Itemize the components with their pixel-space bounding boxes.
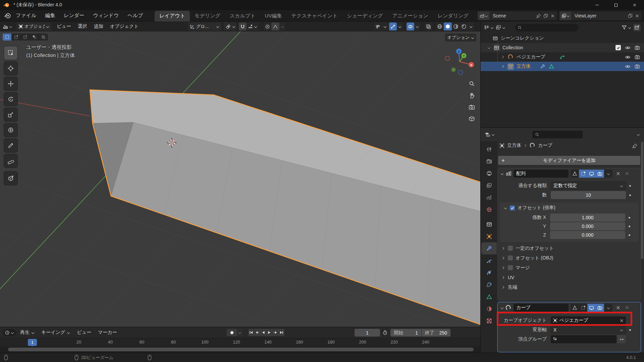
animate-dot[interactable] — [629, 185, 631, 187]
outliner-row-scene-collection[interactable]: シーンコレクション — [481, 34, 644, 43]
extras-dropdown[interactable] — [604, 170, 612, 178]
breadcrumb-modifier[interactable]: カーブ — [538, 142, 552, 148]
viewlayer-name[interactable]: ViewLayer — [575, 13, 628, 18]
tool-measure[interactable] — [4, 154, 17, 168]
animate-dot[interactable] — [629, 226, 630, 227]
viewlayer-browse-icon[interactable] — [559, 11, 571, 20]
tab-texture-paint[interactable]: テクスチャペイント — [286, 11, 342, 21]
delete-modifier-icon[interactable] — [616, 305, 621, 310]
properties-search-input[interactable] — [532, 131, 583, 138]
blender-menu-icon[interactable] — [4, 12, 11, 19]
frame-start-field[interactable]: 開始 1 — [390, 329, 421, 337]
tab-sculpt[interactable]: スカルプト — [225, 11, 260, 21]
expand-icon[interactable] — [501, 55, 505, 59]
object-visibility-dropdown[interactable] — [374, 22, 388, 31]
merge-checkbox[interactable] — [508, 265, 513, 270]
tool-move[interactable] — [4, 77, 17, 90]
tab-modeling[interactable]: モデリング — [190, 11, 225, 21]
menu-keying[interactable]: キーイング — [39, 329, 73, 336]
jump-to-start-button[interactable] — [248, 329, 254, 336]
realtime-toggle[interactable] — [587, 170, 596, 178]
subpanel-merge[interactable]: マージ — [498, 263, 641, 273]
factor-x-field[interactable]: 1.000 — [550, 214, 625, 222]
viewlayer-selector[interactable]: ViewLayer — [559, 11, 641, 20]
pin-icon[interactable] — [632, 143, 638, 148]
select-mode-intersect[interactable] — [39, 34, 48, 41]
add-modifier-button[interactable]: + モディファイアーを追加 — [498, 156, 640, 165]
jump-to-end-button[interactable] — [278, 329, 284, 336]
drag-handle-icon[interactable] — [625, 171, 630, 176]
snap-toggle[interactable] — [239, 22, 247, 31]
animate-dot[interactable] — [629, 217, 630, 219]
mode-selector[interactable]: オブジェク... — [16, 22, 51, 31]
menu-select[interactable]: 選択 — [74, 23, 91, 29]
scene-browse-icon[interactable] — [478, 11, 489, 20]
next-keyframe-button[interactable] — [272, 329, 278, 336]
tab-layout[interactable]: レイアウト — [155, 11, 190, 21]
tool-annotate[interactable] — [4, 139, 17, 152]
edit-mode-toggle[interactable] — [571, 304, 579, 312]
camera-view-icon[interactable] — [469, 104, 475, 110]
render-camera-icon[interactable] — [635, 64, 640, 69]
xray-toggle[interactable] — [425, 22, 432, 31]
render-camera-icon[interactable] — [635, 54, 640, 60]
animate-dot[interactable] — [629, 194, 631, 196]
collapse-icon[interactable] — [500, 306, 504, 309]
tab-world[interactable] — [482, 203, 496, 216]
tab-rendering[interactable]: レンダリング — [433, 11, 473, 21]
tab-object-data[interactable] — [482, 291, 496, 303]
factor-z-field[interactable]: 0.000 — [550, 231, 625, 239]
hide-eye-icon[interactable] — [625, 54, 631, 60]
offset-factor-checkbox[interactable] — [510, 205, 515, 210]
navigation-axis-gizmo[interactable]: Z Y X — [440, 39, 479, 78]
menu-file[interactable]: ファイル — [11, 11, 41, 20]
hide-eye-icon[interactable] — [625, 45, 631, 51]
proportional-dropdown[interactable] — [279, 22, 285, 31]
properties-editor-type-button[interactable] — [485, 132, 495, 137]
menu-playback[interactable]: 再生 — [17, 329, 37, 336]
subpanel-caps[interactable]: 先端 — [498, 282, 641, 292]
menu-add[interactable]: 追加 — [91, 23, 107, 29]
tab-animation[interactable]: アニメーション — [388, 11, 433, 21]
cage-toggle[interactable] — [579, 170, 587, 178]
scene-pin-icon[interactable] — [536, 13, 541, 18]
expand-icon[interactable] — [501, 65, 505, 68]
tab-physics[interactable] — [482, 266, 496, 279]
editor-type-button[interactable] — [3, 24, 12, 29]
count-field[interactable]: 10 — [551, 191, 626, 199]
collapse-icon[interactable] — [504, 206, 507, 209]
tab-texture[interactable] — [482, 315, 496, 327]
animate-dot[interactable] — [629, 329, 631, 331]
close-button[interactable] — [625, 0, 644, 10]
menu-marker[interactable]: マーカー — [95, 329, 120, 336]
proportional-edit-toggle[interactable] — [264, 22, 271, 31]
expand-icon[interactable] — [487, 46, 491, 49]
gizmo-dropdown[interactable] — [397, 22, 403, 31]
show-overlays-toggle[interactable] — [407, 22, 414, 31]
tool-select-box[interactable] — [4, 46, 17, 60]
show-gizmo-toggle[interactable] — [389, 22, 397, 31]
tool-rotate[interactable] — [4, 93, 17, 106]
hide-eye-icon[interactable] — [625, 64, 631, 69]
perspective-toggle-icon[interactable] — [469, 116, 475, 122]
overlays-dropdown[interactable] — [414, 22, 420, 31]
vertex-group-field[interactable] — [551, 335, 616, 343]
tab-render[interactable] — [482, 155, 496, 167]
minimize-button[interactable] — [588, 0, 606, 10]
tool-scale[interactable] — [4, 108, 17, 121]
scene-unlink-icon[interactable] — [550, 14, 555, 18]
tab-particles[interactable] — [482, 254, 496, 266]
frame-end-field[interactable]: 終了 250 — [422, 329, 450, 337]
subpanel-object-offset[interactable]: オフセット (OBJ) — [498, 253, 641, 263]
outliner-row-collection[interactable]: Collection — [481, 43, 644, 52]
properties-scrollbar[interactable] — [641, 142, 643, 259]
play-button[interactable] — [266, 329, 272, 336]
tab-tool[interactable] — [482, 143, 496, 155]
tab-material[interactable] — [482, 303, 496, 315]
realtime-toggle[interactable] — [587, 304, 596, 312]
pivot-point-dropdown[interactable] — [224, 22, 236, 31]
timeline-editor-type-button[interactable] — [3, 329, 16, 336]
menu-render[interactable]: レンダー — [59, 11, 89, 20]
render-toggle[interactable] — [596, 304, 604, 312]
render-toggle[interactable] — [596, 170, 604, 178]
